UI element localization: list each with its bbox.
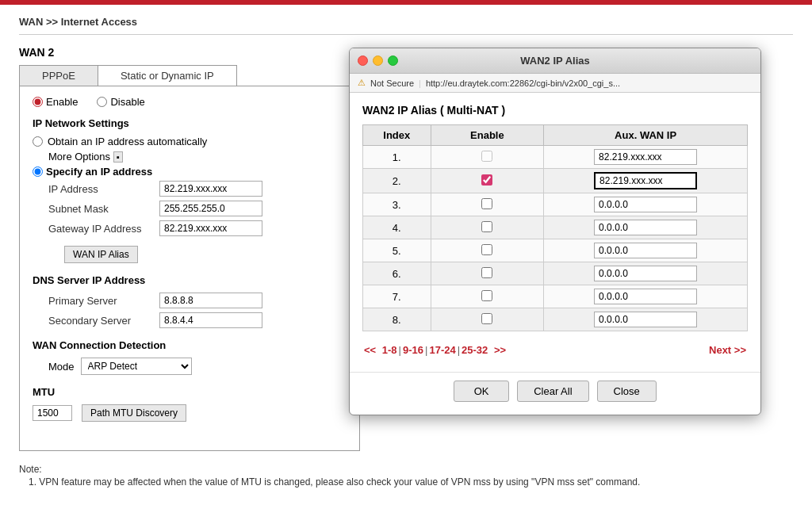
primary-server-row: Primary Server	[48, 293, 347, 308]
breadcrumb: WAN >> Internet Access	[19, 16, 793, 35]
table-row: 7.	[363, 285, 748, 308]
ip-input-5[interactable]	[594, 243, 697, 258]
ip-cell-4	[544, 216, 748, 239]
maximize-traffic-light[interactable]	[388, 55, 398, 66]
pagination-pipe2: |	[425, 344, 427, 356]
secondary-server-label: Secondary Server	[48, 315, 159, 327]
table-row: 4.	[363, 216, 748, 239]
subnet-mask-label: Subnet Mask	[48, 203, 159, 215]
warning-icon: ⚠	[358, 78, 366, 88]
ip-input-6[interactable]	[594, 266, 697, 281]
ok-button[interactable]: OK	[454, 381, 509, 402]
enable-check-1[interactable]	[431, 146, 544, 169]
dns-heading: DNS Server IP Address	[33, 274, 347, 286]
pagination-17-24[interactable]: 17-24	[429, 344, 455, 356]
notes-section: Note: 1. VPN feature may be affected whe…	[19, 464, 793, 488]
next-link[interactable]: Next >>	[709, 344, 746, 356]
detection-section: WAN Connection Detection Mode ARP Detect…	[33, 339, 347, 375]
enable-check-6[interactable]	[431, 262, 544, 285]
notes-heading: Note:	[19, 464, 793, 475]
pagination-1-8[interactable]: 1-8	[382, 344, 397, 356]
ip-address-input[interactable]	[159, 181, 262, 197]
ip-cell-6	[544, 262, 748, 285]
obtain-auto-radio[interactable]	[33, 136, 43, 147]
more-options-icon: ▪	[113, 151, 123, 163]
enable-check-3[interactable]	[431, 193, 544, 216]
secondary-server-row: Secondary Server	[48, 312, 347, 328]
enable-check-8[interactable]	[431, 308, 544, 331]
pagination-prefix: <<	[364, 344, 376, 356]
enable-check-7[interactable]	[431, 285, 544, 308]
specify-ip-label: Specify an IP address	[46, 166, 152, 178]
pagination-25-32[interactable]: 25-32	[462, 344, 488, 356]
mode-select[interactable]: ARP Detect Ping Always On	[81, 358, 192, 375]
modal-body: WAN2 IP Alias ( Multi-NAT ) Index Enable…	[350, 93, 760, 372]
index-1: 1.	[363, 146, 431, 169]
disable-radio[interactable]	[97, 97, 107, 107]
index-4: 4.	[363, 216, 431, 239]
mtu-heading: MTU	[33, 386, 347, 398]
enable-disable-row: Enable Disable	[33, 96, 347, 108]
table-row: 6.	[363, 262, 748, 285]
ip-input-4[interactable]	[594, 220, 697, 235]
secondary-server-input[interactable]	[159, 312, 262, 328]
mtu-row: Path MTU Discovery	[33, 404, 347, 422]
pagination-sep1	[489, 344, 492, 356]
gateway-ip-input[interactable]	[159, 220, 262, 236]
tab-pppoe[interactable]: PPPoE	[19, 65, 98, 86]
ip-cell-8	[544, 308, 748, 331]
modal-titlebar: WAN2 IP Alias	[350, 48, 760, 74]
close-button[interactable]: Close	[597, 381, 657, 402]
index-2: 2.	[363, 169, 431, 193]
col-header-ip: Aux. WAN IP	[544, 125, 748, 146]
more-options-row: More Options ▪	[48, 151, 347, 163]
tab-content: Enable Disable IP Network Settings Obtai…	[19, 86, 360, 451]
col-header-enable: Enable	[431, 125, 544, 146]
enable-label: Enable	[46, 96, 78, 108]
enable-check-2[interactable]	[431, 169, 544, 193]
index-3: 3.	[363, 193, 431, 216]
index-6: 6.	[363, 262, 431, 285]
pagination-pipe3: |	[458, 344, 460, 356]
pagination-9-16[interactable]: 9-16	[403, 344, 423, 356]
disable-label: Disable	[110, 96, 144, 108]
enable-radio-label[interactable]: Enable	[33, 96, 78, 108]
ip-network-heading: IP Network Settings	[33, 117, 347, 129]
tab-static-dynamic[interactable]: Static or Dynamic IP	[98, 65, 237, 86]
path-mtu-button[interactable]: Path MTU Discovery	[82, 404, 186, 422]
ip-input-8[interactable]	[594, 312, 697, 327]
subnet-mask-input[interactable]	[159, 201, 262, 216]
mode-label: Mode	[48, 361, 75, 373]
index-8: 8.	[363, 308, 431, 331]
close-traffic-light[interactable]	[358, 55, 368, 66]
specify-ip-row: Specify an IP address	[33, 166, 347, 178]
clear-all-button[interactable]: Clear All	[517, 381, 588, 402]
table-row: 2.	[363, 169, 748, 193]
wan-ip-alias-button[interactable]: WAN IP Alias	[64, 246, 138, 263]
table-row: 8.	[363, 308, 748, 331]
table-row: 5.	[363, 239, 748, 262]
modal-url-bar: ⚠ Not Secure | http://eu.draytek.com:228…	[350, 74, 760, 93]
enable-check-4[interactable]	[431, 216, 544, 239]
ip-input-1[interactable]	[594, 149, 697, 165]
ip-input-2[interactable]	[594, 172, 697, 189]
minimize-traffic-light[interactable]	[373, 55, 383, 66]
more-options-label: More Options	[48, 151, 110, 163]
ip-cell-3	[544, 193, 748, 216]
enable-check-5[interactable]	[431, 239, 544, 262]
traffic-lights	[358, 55, 398, 66]
ip-input-3[interactable]	[594, 197, 697, 212]
ip-input-7[interactable]	[594, 289, 697, 304]
disable-radio-label[interactable]: Disable	[97, 96, 144, 108]
modal-overlay: WAN2 IP Alias ⚠ Not Secure | http://eu.d…	[349, 48, 761, 415]
specify-ip-radio[interactable]	[33, 166, 43, 177]
enable-radio[interactable]	[33, 97, 43, 107]
pagination-row: << 1-8 | 9-16 | 17-24 | 25-32 >> Next >>	[362, 339, 748, 361]
modal-footer: OK Clear All Close	[350, 372, 760, 415]
primary-server-input[interactable]	[159, 293, 262, 308]
table-row: 3.	[363, 193, 748, 216]
mtu-input[interactable]	[33, 405, 72, 421]
gateway-ip-label: Gateway IP Address	[48, 223, 159, 235]
ip-cell-5	[544, 239, 748, 262]
ip-cell-7	[544, 285, 748, 308]
